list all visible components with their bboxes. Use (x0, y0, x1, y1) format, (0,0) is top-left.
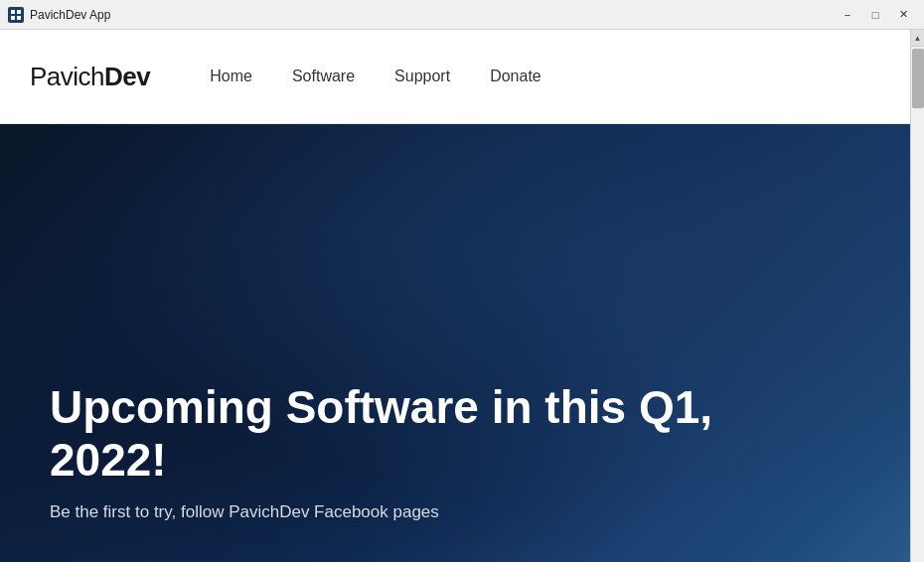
logo-second: Dev (104, 62, 150, 91)
scrollbar[interactable]: ▲ (910, 30, 924, 562)
content-area: PavichDev Home Software Support Donate U… (0, 30, 910, 562)
svg-rect-2 (11, 16, 15, 20)
window-controls: − □ ✕ (835, 5, 916, 25)
window-title-area: PavichDev App (8, 7, 110, 23)
svg-rect-0 (11, 10, 15, 14)
nav-link-support[interactable]: Support (394, 68, 450, 85)
hero-title: Upcoming Software in this Q1, 2022! (50, 381, 725, 487)
nav-link-home[interactable]: Home (210, 68, 252, 85)
logo: PavichDev (30, 62, 150, 92)
svg-rect-3 (17, 16, 21, 20)
hero-section: Upcoming Software in this Q1, 2022! Be t… (0, 124, 910, 562)
hero-subtitle: Be the first to try, follow PavichDev Fa… (50, 502, 646, 522)
close-button[interactable]: ✕ (890, 5, 916, 25)
main-container: PavichDev Home Software Support Donate U… (0, 30, 924, 562)
logo-first: Pavich (30, 62, 104, 91)
nav-links: Home Software Support Donate (210, 68, 540, 85)
app-icon (8, 7, 24, 23)
window-titlebar: PavichDev App − □ ✕ (0, 0, 924, 30)
svg-rect-1 (17, 10, 21, 14)
scrollbar-up-button[interactable]: ▲ (911, 30, 925, 47)
minimize-button[interactable]: − (835, 5, 860, 25)
nav-link-software[interactable]: Software (292, 68, 355, 85)
hero-content: Upcoming Software in this Q1, 2022! Be t… (50, 381, 860, 522)
maximize-button[interactable]: □ (862, 5, 888, 25)
scrollbar-thumb[interactable] (912, 49, 924, 108)
nav-header: PavichDev Home Software Support Donate (0, 30, 910, 124)
window-title-text: PavichDev App (30, 8, 110, 22)
nav-link-donate[interactable]: Donate (490, 68, 541, 85)
